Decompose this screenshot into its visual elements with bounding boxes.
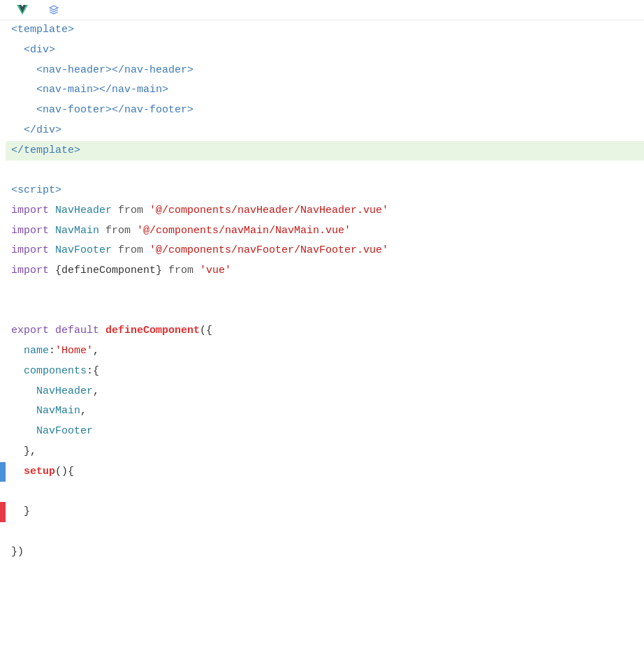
code-line: NavHeader, (0, 382, 644, 402)
code-line: export default defineComponent({ (0, 321, 644, 341)
code-line: import NavFooter from '@/components/navF… (0, 241, 644, 261)
line-content[interactable]: <template> (6, 20, 644, 40)
code-line: <script> (0, 181, 644, 201)
line-content[interactable] (6, 161, 644, 181)
code-line: NavFooter (0, 422, 644, 442)
code-line (0, 161, 644, 181)
line-content[interactable]: </div> (6, 121, 644, 141)
line-content[interactable]: import NavFooter from '@/components/navF… (6, 241, 644, 261)
code-line: }, (0, 442, 644, 462)
code-line (0, 302, 644, 322)
line-content[interactable]: </template> (6, 141, 644, 161)
line-content[interactable]: <nav-main></nav-main> (6, 80, 644, 101)
line-content[interactable] (6, 522, 644, 542)
code-line (0, 522, 644, 542)
code-line: <template> (0, 20, 644, 40)
code-line: <nav-main></nav-main> (0, 80, 644, 101)
code-editor: <template> <div> <nav-header></nav-heade… (0, 20, 644, 562)
line-content[interactable]: <div> (6, 40, 644, 61)
template-icon (49, 5, 59, 15)
line-content[interactable]: } (6, 502, 644, 522)
code-line: <nav-footer></nav-footer> (0, 101, 644, 121)
line-content[interactable]: setup(){ (6, 462, 644, 482)
line-content[interactable]: components:{ (6, 362, 644, 382)
code-line: name:'Home', (0, 341, 644, 362)
code-line: import NavMain from '@/components/navMai… (0, 221, 644, 242)
line-content[interactable]: <script> (6, 181, 644, 201)
line-content[interactable]: <nav-footer></nav-footer> (6, 101, 644, 121)
breadcrumb (0, 0, 644, 20)
code-line: NavMain, (0, 401, 644, 422)
code-line: components:{ (0, 362, 644, 382)
code-line: </template> (0, 141, 644, 161)
line-content[interactable]: import NavMain from '@/components/navMai… (6, 221, 644, 242)
line-content[interactable]: import NavHeader from '@/components/navH… (6, 201, 644, 221)
line-content[interactable] (6, 281, 644, 302)
line-content[interactable]: name:'Home', (6, 341, 644, 362)
code-line: <div> (0, 40, 644, 61)
code-line: }) (0, 542, 644, 563)
line-content[interactable]: NavHeader, (6, 382, 644, 402)
line-content[interactable]: <nav-header></nav-header> (6, 61, 644, 81)
line-content[interactable]: }) (6, 542, 644, 563)
line-content[interactable] (6, 302, 644, 322)
code-line: } (0, 502, 644, 522)
code-line (0, 281, 644, 302)
code-line: </div> (0, 121, 644, 141)
code-line: import {defineComponent} from 'vue' (0, 261, 644, 281)
code-line: import NavHeader from '@/components/navH… (0, 201, 644, 221)
line-content[interactable]: export default defineComponent({ (6, 321, 644, 341)
line-content[interactable] (6, 482, 644, 502)
line-content[interactable]: }, (6, 442, 644, 462)
vue-icon (17, 4, 28, 15)
code-line: setup(){ (0, 462, 644, 482)
code-line: <nav-header></nav-header> (0, 61, 644, 81)
line-content[interactable]: import {defineComponent} from 'vue' (6, 261, 644, 281)
line-content[interactable]: NavMain, (6, 401, 644, 422)
code-line (0, 482, 644, 502)
line-content[interactable]: NavFooter (6, 422, 644, 442)
